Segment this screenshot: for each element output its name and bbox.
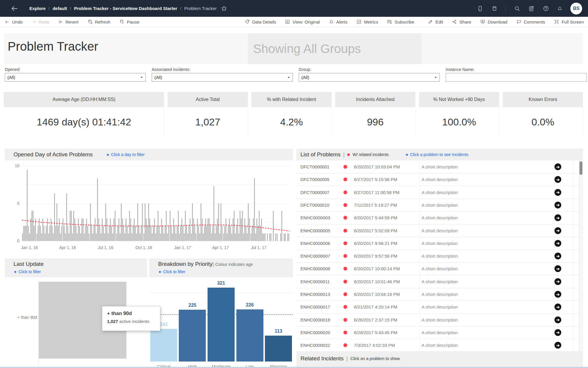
problem-row[interactable]: ENHC00000036/20/2017 5:44:59 PMA short d… [296, 211, 583, 224]
toolbar-subscribe-button[interactable]: Subscribe [387, 19, 414, 24]
toolbar-share-button[interactable]: Share [452, 19, 471, 24]
open-problem-arrow-icon[interactable]: ➔ [554, 250, 561, 262]
filter-label: Opened: [5, 67, 21, 72]
problem-description: A short description [422, 288, 458, 301]
priority-bar-low[interactable] [236, 309, 263, 362]
breadcrumb-item[interactable]: Explore [29, 6, 46, 11]
favorites-list-icon[interactable] [528, 5, 535, 12]
toolbar-revert-button[interactable]: Revert [58, 19, 78, 24]
problem-row[interactable]: ENHC00000066/20/2017 9:56:21 PMA short d… [296, 237, 583, 250]
open-problem-arrow-icon[interactable]: ➔ [554, 314, 561, 326]
related-incident-dot-icon [343, 186, 347, 199]
problem-row[interactable]: ENHC00000206/28/2017 5:43:45 PMA short d… [296, 326, 583, 339]
problem-row[interactable]: DFCT00000076/27/2017 11:00:58 PMA short … [296, 186, 583, 199]
x-tick-label: Jan 1, 16 [16, 245, 43, 250]
filter-dropdown[interactable]: (All) [5, 73, 146, 82]
view-toolbar: UndoRedoRevertRefreshPause Data DetailsV… [0, 17, 588, 27]
search-icon[interactable] [514, 5, 520, 12]
priority-bar-planning[interactable] [265, 336, 292, 362]
open-problem-arrow-icon[interactable]: ➔ [554, 211, 561, 224]
related-incident-dot-icon [343, 173, 347, 186]
toolbar-metrics-button[interactable]: Metrics [356, 19, 378, 24]
instance-name-input[interactable] [446, 73, 587, 82]
open-problem-arrow-icon[interactable]: ➔ [554, 288, 561, 301]
breadcrumb-item[interactable]: Problem Tracker - ServiceNow Dashboard S… [74, 6, 177, 11]
user-avatar[interactable]: BS [570, 3, 582, 14]
toolbar-pause-button[interactable]: Pause [119, 19, 139, 24]
problem-row[interactable]: DFCT00000016/20/2017 10:03:04 PMA short … [296, 160, 583, 173]
related-incident-dot-icon [343, 275, 347, 288]
favorite-star-icon[interactable] [221, 5, 227, 12]
toolbar-comments-button[interactable]: Comments [516, 19, 545, 24]
problem-description: A short description [422, 224, 458, 237]
problem-list-table: DFCT00000016/20/2017 10:03:04 PMA short … [296, 160, 583, 351]
kpi-header: % Not Worked +90 Days [419, 92, 499, 107]
problem-row[interactable]: ENHC00000227/3/2017 4:02:33 PMA short de… [296, 339, 583, 351]
toolbar-full-screen-button[interactable]: Full Screen [554, 19, 584, 24]
open-problem-arrow-icon[interactable]: ➔ [554, 224, 561, 237]
help-icon[interactable] [543, 5, 549, 12]
opened-day-plot[interactable] [22, 166, 290, 241]
problem-description: A short description [422, 339, 458, 351]
problem-row[interactable]: ENHC00000056/20/2017 5:52:09 PMA short d… [296, 224, 583, 237]
related-incident-dot-icon [343, 288, 347, 301]
last-update-filter-link[interactable]: ★Click to filter [14, 269, 41, 274]
problem-row[interactable]: ENHC00000076/20/2017 9:57:56 PMA short d… [296, 250, 583, 263]
metrics-icon [356, 19, 362, 24]
problem-id: ENHC0000013 [300, 288, 330, 301]
priority-chart-area: 142Critical225High321Moderate226Low113Pl… [149, 277, 293, 368]
back-arrow-icon[interactable] [11, 5, 18, 12]
toolbar-data-details-button[interactable]: Data Details [245, 19, 276, 24]
breadcrumb-item[interactable]: default [53, 6, 67, 11]
problem-id: ENHC0000003 [300, 211, 330, 224]
problem-row[interactable]: ENHC00000086/20/2017 10:00:14 PMA short … [296, 262, 583, 275]
toolbar-download-button[interactable]: Download [480, 19, 507, 24]
open-problem-arrow-icon[interactable]: ➔ [554, 326, 561, 339]
priority-bar-high[interactable] [179, 310, 206, 362]
toolbar-refresh-button[interactable]: Refresh [87, 19, 111, 24]
priority-title-line: Breakdown by Priority| Colour indicates … [158, 261, 253, 267]
list-scrollbar-track[interactable] [579, 160, 583, 351]
list-link[interactable]: ★Click a problem to see Incidents [405, 152, 468, 157]
priority-filter-link[interactable]: ★Click to filter [158, 269, 186, 274]
last-update-panel-header: Last Update ★Click to filter [5, 258, 147, 277]
filter-label: Instance Name: [446, 67, 475, 72]
open-problem-arrow-icon[interactable]: ➔ [554, 339, 561, 351]
priority-bar-value: 225 [179, 303, 206, 308]
device-icon[interactable] [477, 5, 483, 12]
problem-row[interactable]: ENHC00000116/20/2017 10:01:46 PMA short … [296, 275, 583, 288]
open-problem-arrow-icon[interactable]: ➔ [554, 199, 561, 211]
related-incident-dot-icon [343, 224, 347, 237]
toolbar-undo-button[interactable]: Undo [5, 19, 23, 24]
list-scrollbar-thumb[interactable] [579, 161, 582, 175]
open-problem-arrow-icon[interactable]: ➔ [554, 301, 561, 313]
open-problem-arrow-icon[interactable]: ➔ [554, 262, 561, 275]
toolbar-edit-button[interactable]: Edit [428, 19, 443, 24]
toolbar-alerts-button[interactable]: Alerts [329, 19, 348, 24]
problem-row[interactable]: ENHC00000176/21/2017 4:20:14 PMA short d… [296, 301, 583, 314]
data-source-icon[interactable] [491, 5, 498, 12]
open-problem-arrow-icon[interactable]: ➔ [554, 275, 561, 288]
filter-dropdown[interactable]: (All) [299, 73, 440, 82]
open-problem-arrow-icon[interactable]: ➔ [554, 160, 561, 173]
navbar-right-icons: BS [477, 0, 582, 17]
open-problem-arrow-icon[interactable]: ➔ [554, 186, 561, 199]
open-problem-arrow-icon[interactable]: ➔ [554, 237, 561, 250]
notifications-icon[interactable] [557, 6, 562, 11]
problem-row[interactable]: ENHC00000186/26/2017 2:37:15 PMA short d… [296, 314, 583, 326]
tooltip-value: 1,027 active incidents [107, 319, 155, 324]
problem-id: ENHC0000018 [300, 314, 330, 326]
breadcrumb-item[interactable]: Problem Tracker [184, 6, 217, 11]
opened-day-filter-link[interactable]: ★Click a day to filter [106, 152, 145, 157]
open-problem-arrow-icon[interactable]: ➔ [554, 173, 561, 186]
tag-icon [245, 19, 250, 24]
toolbar-view-original-button[interactable]: View: Original [285, 19, 320, 24]
priority-bar-critical[interactable] [150, 329, 177, 362]
star-icon: ★ [158, 270, 162, 274]
problem-row[interactable]: DFCT00000056/27/2017 5:15:56 PMA short d… [296, 173, 583, 186]
problem-id: DFCT0000001 [300, 160, 329, 173]
problem-row[interactable]: DFCT00000107/11/2017 5:19:27 PMA short d… [296, 199, 583, 212]
priority-bar-moderate[interactable] [208, 288, 235, 362]
problem-row[interactable]: ENHC00000136/20/2017 10:04:16 PMA short … [296, 288, 583, 301]
filter-dropdown[interactable]: (All) [152, 73, 293, 82]
